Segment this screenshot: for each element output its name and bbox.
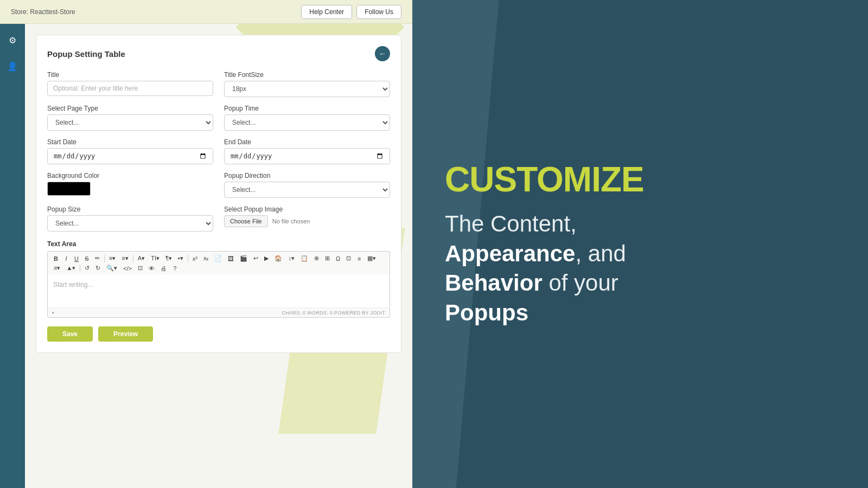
font-size-label: Title FontSize — [224, 71, 390, 79]
editor-toolbar: B I U S ✏ ≡▾ ≡▾ A▾ TI▾ ¶▾ ▪▾ — [47, 251, 390, 275]
undo2-btn[interactable]: ↺ — [82, 264, 92, 273]
grid-btn[interactable]: ▦▾ — [365, 254, 379, 263]
popup-direction-group: Popup Direction Select... — [224, 172, 390, 198]
help-center-button[interactable]: Help Center — [301, 5, 352, 19]
popup-size-group: Popup Size Select... — [47, 206, 213, 232]
end-date-input[interactable] — [224, 148, 390, 164]
subtitle-appearance: Appearance — [445, 241, 575, 266]
ol-button[interactable]: ≡▾ — [119, 254, 131, 263]
superscript-button[interactable]: x² — [190, 254, 200, 263]
settings-icon[interactable]: ⚙ — [5, 33, 20, 48]
user-icon[interactable]: 👤 — [5, 59, 20, 74]
popup-time-label: Popup Time — [224, 105, 390, 112]
back-button[interactable]: ← — [375, 46, 390, 61]
page-type-label: Select Page Type — [47, 105, 213, 112]
font-size-select[interactable]: 18px — [224, 81, 390, 97]
table-btn[interactable]: ⊞ — [322, 254, 333, 263]
paragraph-button[interactable]: ¶▾ — [163, 254, 175, 263]
top-bar: Store: Reacttest-Store Help Center Follo… — [0, 0, 412, 24]
editor-footer-left: ▪ — [52, 310, 54, 316]
editor-footer: ▪ CHARS: 0 WORDS: 0 POWERED BY JODIT — [47, 307, 390, 318]
top-bar-buttons: Help Center Follow Us — [301, 5, 401, 19]
color-swatch[interactable] — [47, 182, 91, 196]
upload-btn[interactable]: ↕▾ — [285, 254, 297, 263]
copy-button[interactable]: 📄 — [212, 254, 225, 263]
main-layout: ⚙ 👤 Popup Setting Table ← Title — [0, 24, 412, 488]
editor-placeholder: Start writing... — [53, 281, 93, 288]
search-btn[interactable]: 🔍▾ — [104, 264, 120, 273]
popup-direction-select[interactable]: Select... — [224, 182, 390, 198]
subtitle-popups: Popups — [445, 300, 528, 325]
subscript-button[interactable]: x₂ — [201, 254, 212, 263]
italic-button[interactable]: I — [61, 254, 71, 263]
preview-btn[interactable]: 👁 — [146, 264, 157, 273]
redo-icon[interactable]: ▶ — [261, 254, 271, 263]
big-title: CUSTOMIZE — [445, 160, 644, 198]
popup-time-select[interactable]: Select... — [224, 114, 390, 131]
textarea-label: Text Area — [47, 240, 390, 248]
content-area: Popup Setting Table ← Title Title FontSi… — [25, 24, 412, 488]
editor-body[interactable]: Start writing... — [47, 275, 390, 307]
add-btn[interactable]: ⊕ — [311, 254, 322, 263]
card-header: Popup Setting Table ← — [47, 46, 390, 61]
save-button[interactable]: Save — [47, 326, 93, 342]
align-btn[interactable]: ≡ — [354, 254, 364, 263]
popup-image-label: Select Popup Image — [224, 206, 390, 213]
title-group: Title — [47, 71, 213, 97]
preview-button[interactable]: Preview — [98, 326, 153, 342]
print-btn[interactable]: 🖨 — [158, 264, 169, 273]
image-button[interactable]: 🖼 — [225, 254, 237, 263]
strikethrough-button[interactable]: S — [82, 254, 92, 263]
sep1 — [104, 255, 105, 262]
card-title: Popup Setting Table — [47, 49, 125, 59]
help-btn[interactable]: ? — [170, 264, 180, 273]
bg-color-group: Background Color — [47, 172, 213, 198]
bold-button[interactable]: B — [51, 254, 61, 263]
popup-direction-label: Popup Direction — [224, 172, 390, 179]
start-date-label: Start Date — [47, 138, 213, 146]
subtitle-and: , and — [575, 241, 626, 266]
textarea-section: Text Area B I U S ✏ ≡▾ ≡▾ A▾ TI▾ — [47, 240, 390, 318]
clipboard-btn[interactable]: 📋 — [298, 254, 311, 263]
fill-btn[interactable]: ≡▾ — [51, 264, 63, 273]
undo-icon[interactable]: ↩ — [251, 254, 261, 263]
underline-button[interactable]: U — [72, 254, 81, 263]
start-date-group: Start Date — [47, 138, 213, 164]
block-button[interactable]: ▪▾ — [175, 254, 186, 263]
popup-time-group: Popup Time Select... — [224, 105, 390, 131]
follow-us-button[interactable]: Follow Us — [356, 5, 401, 19]
ul-button[interactable]: ≡▾ — [106, 254, 118, 263]
sep2 — [133, 255, 133, 262]
popup-size-select[interactable]: Select... — [47, 215, 213, 232]
code-btn[interactable]: </> — [120, 264, 135, 273]
font-family-button[interactable]: TI▾ — [148, 254, 162, 263]
popup-size-label: Popup Size — [47, 206, 213, 213]
redo2-btn[interactable]: ↻ — [93, 264, 103, 273]
end-date-group: End Date — [224, 138, 390, 164]
layout-btn[interactable]: ⊡ — [343, 254, 354, 263]
sidebar: ⚙ 👤 — [0, 24, 25, 488]
fullscreen-btn[interactable]: ⊡ — [135, 264, 145, 273]
choose-file-button[interactable]: Choose File — [224, 215, 268, 227]
action-buttons: Save Preview — [47, 326, 390, 342]
store-label: Store: Reacttest-Store — [11, 8, 75, 16]
subtitle-line1: The Content, — [445, 211, 577, 236]
editor-footer-right: CHARS: 0 WORDS: 0 POWERED BY JODIT — [282, 310, 385, 316]
left-panel: Store: Reacttest-Store Help Center Follo… — [0, 0, 412, 488]
home-icon[interactable]: 🏠 — [272, 254, 285, 263]
form-grid: Title Title FontSize 18px Select Page Ty… — [47, 71, 390, 232]
no-file-label: No file chosen — [272, 218, 310, 224]
page-type-select[interactable]: Select... — [47, 114, 213, 131]
omega-btn[interactable]: Ω — [333, 254, 343, 263]
title-input[interactable] — [47, 81, 213, 96]
color-btn[interactable]: ▲▾ — [63, 264, 78, 273]
subtitle-behavior: Behavior — [445, 270, 542, 296]
big-subtitle: The Content, Appearance, and Behavior of… — [445, 209, 644, 328]
start-date-input[interactable] — [47, 148, 213, 164]
font-color-button[interactable]: A▾ — [135, 254, 148, 263]
brush-button[interactable]: ✏ — [92, 254, 103, 263]
sep4 — [80, 265, 80, 272]
font-size-group: Title FontSize 18px — [224, 71, 390, 97]
popup-settings-card: Popup Setting Table ← Title Title FontSi… — [36, 35, 401, 353]
video-button[interactable]: 🎬 — [237, 254, 250, 263]
